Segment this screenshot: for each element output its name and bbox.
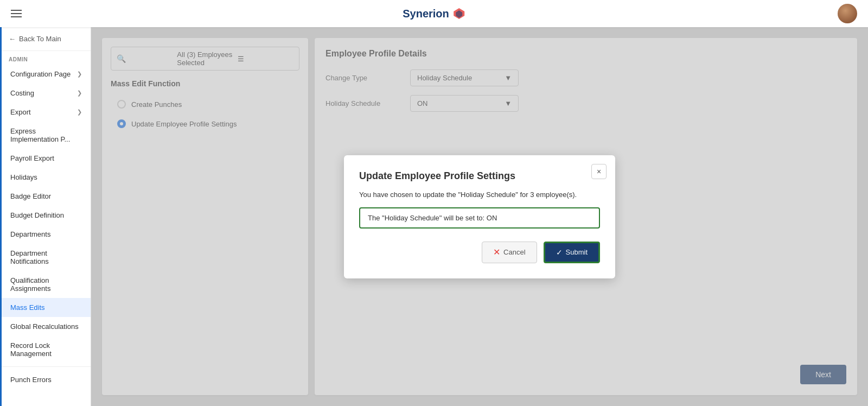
submit-check-icon: ✓ bbox=[556, 248, 563, 257]
cancel-button[interactable]: ✕ Cancel bbox=[482, 242, 537, 263]
sidebar-item-budget-definition[interactable]: Budget Definition bbox=[0, 206, 91, 225]
sidebar-item-label: Department Notifications bbox=[10, 249, 82, 265]
submit-button[interactable]: ✓ Submit bbox=[544, 242, 600, 263]
submit-label: Submit bbox=[566, 248, 588, 256]
sidebar-item-label: Payroll Export bbox=[10, 154, 54, 162]
chevron-right-icon: ❯ bbox=[77, 90, 82, 97]
sidebar-item-department-notifications[interactable]: Department Notifications bbox=[0, 244, 91, 271]
sidebar-item-label: Badge Editor bbox=[10, 192, 51, 200]
chevron-right-icon: ❯ bbox=[77, 71, 82, 78]
modal-overlay: Update Employee Profile Settings × You h… bbox=[91, 27, 868, 406]
back-label: Back To Main bbox=[19, 35, 61, 43]
sidebar-item-label: Express Implementation P... bbox=[10, 127, 82, 143]
sidebar-item-label: Qualification Assignments bbox=[10, 276, 82, 293]
modal-actions: ✕ Cancel ✓ Submit bbox=[359, 242, 600, 263]
back-to-main[interactable]: ← Back To Main bbox=[0, 27, 91, 51]
sidebar-items-list: Configuration Page❯Costing❯Export❯Expres… bbox=[0, 65, 91, 363]
logo-icon bbox=[452, 7, 465, 20]
modal-title: Update Employee Profile Settings bbox=[359, 170, 600, 182]
sidebar-item-global-recalculations[interactable]: Global Recalculations bbox=[0, 317, 91, 336]
modal-info-box: The "Holiday Schedule" will be set to: O… bbox=[359, 207, 600, 229]
sidebar-item-mass-edits[interactable]: Mass Edits bbox=[0, 298, 91, 317]
logo: Synerion bbox=[403, 7, 465, 20]
modal-dialog: Update Employee Profile Settings × You h… bbox=[344, 155, 615, 278]
sidebar-item-record-lock-management[interactable]: Record Lock Management bbox=[0, 336, 91, 363]
sidebar-item-qualification-assignments[interactable]: Qualification Assignments bbox=[0, 271, 91, 298]
sidebar-item-label: Configuration Page bbox=[10, 70, 71, 78]
sidebar-item-express-implementation[interactable]: Express Implementation P... bbox=[0, 122, 91, 149]
main-content: 🔍 All (3) Employees Selected ☰ Mass Edit… bbox=[91, 27, 868, 406]
sidebar-item-label: Record Lock Management bbox=[10, 341, 82, 358]
modal-description: You have chosen to update the "Holiday S… bbox=[359, 191, 600, 199]
sidebar: ← Back To Main ADMIN Configuration Page❯… bbox=[0, 27, 91, 406]
sidebar-item-label: Costing bbox=[10, 89, 34, 97]
sidebar-item-costing[interactable]: Costing❯ bbox=[0, 84, 91, 103]
sidebar-item-label: Global Recalculations bbox=[10, 322, 79, 331]
hamburger-menu[interactable] bbox=[11, 10, 22, 17]
sidebar-item-configuration-page[interactable]: Configuration Page❯ bbox=[0, 65, 91, 84]
chevron-right-icon: ❯ bbox=[77, 109, 82, 116]
main-layout: ← Back To Main ADMIN Configuration Page❯… bbox=[0, 27, 868, 406]
cancel-label: Cancel bbox=[503, 248, 525, 256]
sidebar-item-label: Budget Definition bbox=[10, 211, 64, 219]
sidebar-item-label: Holidays bbox=[10, 173, 37, 181]
sidebar-item-punch-errors[interactable]: Punch Errors bbox=[0, 370, 91, 389]
sidebar-item-label: Mass Edits bbox=[10, 303, 45, 312]
sidebar-item-holidays[interactable]: Holidays bbox=[0, 168, 91, 187]
user-avatar[interactable] bbox=[838, 4, 857, 23]
logo-text: Synerion bbox=[403, 8, 449, 20]
sidebar-item-label: Punch Errors bbox=[10, 376, 52, 384]
sidebar-item-badge-editor[interactable]: Badge Editor bbox=[0, 187, 91, 206]
sidebar-item-label: Departments bbox=[10, 230, 50, 238]
modal-close-button[interactable]: × bbox=[591, 164, 607, 179]
cancel-icon: ✕ bbox=[493, 247, 500, 257]
sidebar-item-label: Export bbox=[10, 108, 31, 116]
top-nav: Synerion bbox=[0, 0, 868, 27]
sidebar-section-admin: ADMIN bbox=[0, 51, 91, 65]
sidebar-item-export[interactable]: Export❯ bbox=[0, 103, 91, 122]
sidebar-item-payroll-export[interactable]: Payroll Export bbox=[0, 149, 91, 168]
sidebar-item-departments[interactable]: Departments bbox=[0, 225, 91, 244]
back-arrow-icon: ← bbox=[9, 35, 16, 43]
